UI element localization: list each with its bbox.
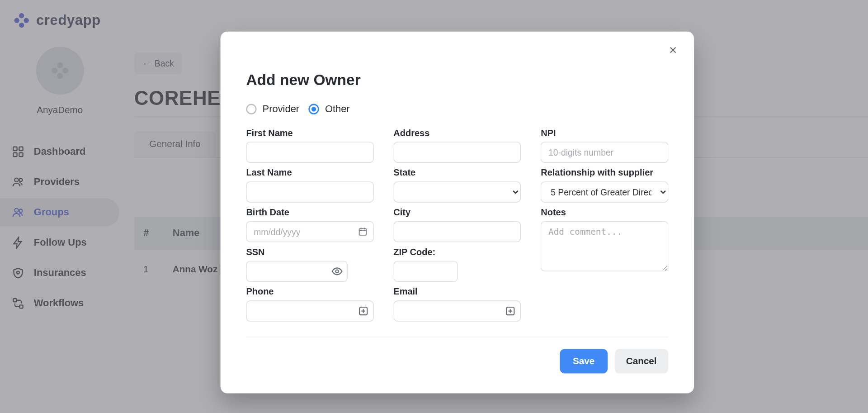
field-zip: ZIP Code: xyxy=(393,247,521,282)
label-notes: Notes xyxy=(541,207,668,218)
modal-actions: Save Cancel xyxy=(246,337,668,373)
add-owner-modal: ✕ Add new Owner Provider Other First Nam… xyxy=(221,32,694,394)
radio-provider-label: Provider xyxy=(263,103,300,115)
svg-point-21 xyxy=(335,270,338,273)
label-npi: NPI xyxy=(541,128,668,138)
owner-type-radio-group: Provider Other xyxy=(246,103,668,115)
plus-square-icon xyxy=(505,305,516,317)
radio-other[interactable] xyxy=(309,104,319,114)
field-npi: NPI xyxy=(541,128,668,163)
save-button[interactable]: Save xyxy=(560,349,608,373)
field-address: Address xyxy=(393,128,521,163)
field-city: City xyxy=(393,207,521,242)
city-input[interactable] xyxy=(393,221,521,242)
cancel-label: Cancel xyxy=(626,356,657,366)
radio-provider[interactable] xyxy=(246,104,256,114)
plus-square-icon xyxy=(357,305,369,317)
cancel-button[interactable]: Cancel xyxy=(614,349,668,373)
close-button[interactable]: ✕ xyxy=(666,43,680,57)
radio-other-label: Other xyxy=(325,103,350,115)
label-state: State xyxy=(393,167,521,178)
close-icon: ✕ xyxy=(669,44,677,57)
label-birth-date: Birth Date xyxy=(246,207,373,218)
field-last-name: Last Name xyxy=(246,167,373,202)
field-state: State xyxy=(393,167,521,202)
label-relationship: Relationship with supplier xyxy=(541,167,668,178)
field-first-name: First Name xyxy=(246,128,373,163)
notes-textarea[interactable] xyxy=(541,221,668,271)
address-input[interactable] xyxy=(393,142,521,162)
label-first-name: First Name xyxy=(246,128,373,138)
label-zip: ZIP Code: xyxy=(393,247,521,257)
label-email: Email xyxy=(393,286,521,297)
relationship-select[interactable]: 5 Percent of Greater Direc xyxy=(541,181,668,202)
field-notes: Notes xyxy=(541,207,668,274)
zip-input[interactable] xyxy=(393,261,458,282)
ssn-reveal-button[interactable] xyxy=(329,263,345,280)
eye-icon xyxy=(331,266,343,277)
save-label: Save xyxy=(573,356,594,366)
phone-input[interactable] xyxy=(246,300,373,321)
label-ssn: SSN xyxy=(246,247,373,257)
email-input[interactable] xyxy=(393,300,521,321)
birth-date-input[interactable] xyxy=(246,221,373,242)
label-city: City xyxy=(393,207,521,218)
label-last-name: Last Name xyxy=(246,167,373,178)
modal-title: Add new Owner xyxy=(246,71,668,89)
label-phone: Phone xyxy=(246,286,373,297)
label-address: Address xyxy=(393,128,521,138)
field-email: Email xyxy=(393,286,521,321)
phone-add-button[interactable] xyxy=(355,303,371,319)
state-select[interactable] xyxy=(393,181,521,202)
field-ssn: SSN xyxy=(246,247,373,282)
field-birth-date: Birth Date xyxy=(246,207,373,242)
first-name-input[interactable] xyxy=(246,142,373,162)
field-phone: Phone xyxy=(246,286,373,321)
email-add-button[interactable] xyxy=(502,303,519,319)
form-grid: First Name Last Name Birth Date SSN xyxy=(246,123,668,322)
last-name-input[interactable] xyxy=(246,181,373,202)
npi-input[interactable] xyxy=(541,142,668,162)
field-relationship: Relationship with supplier 5 Percent of … xyxy=(541,167,668,202)
